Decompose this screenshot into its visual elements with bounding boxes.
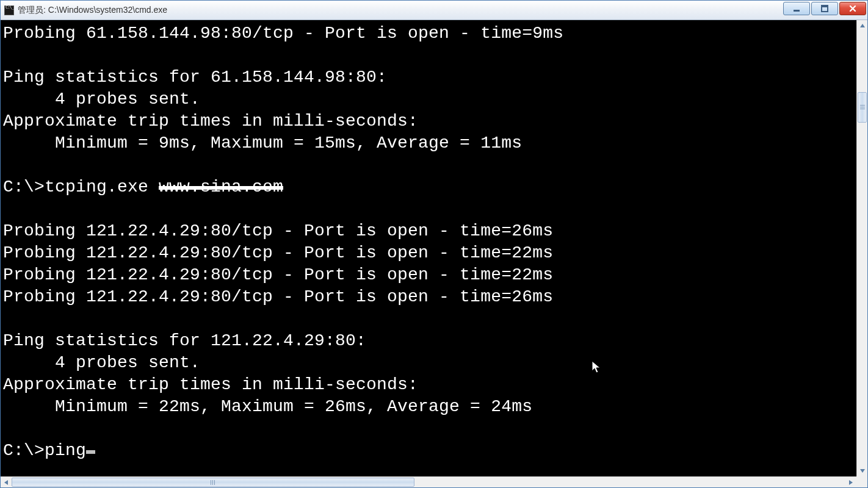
vertical-scroll-track[interactable]: [857, 31, 867, 465]
bottom-scroll-row: [1, 476, 867, 487]
close-button[interactable]: [839, 2, 866, 15]
console-line: C:\>ping: [3, 441, 86, 460]
console-line: Probing 121.22.4.29:80/tcp - Port is ope…: [3, 243, 553, 262]
scroll-down-button[interactable]: [857, 465, 867, 476]
text-cursor: [86, 450, 95, 454]
window-title: 管理员: C:\Windows\system32\cmd.exe: [18, 5, 167, 16]
maximize-button[interactable]: [811, 2, 838, 15]
svg-rect-2: [822, 5, 828, 7]
cmd-window: 管理员: C:\Windows\system32\cmd.exe Probing…: [0, 0, 868, 488]
grip-icon: [211, 480, 215, 485]
cmd-icon: [4, 5, 14, 15]
scroll-right-button[interactable]: [845, 477, 856, 487]
minimize-button[interactable]: [783, 2, 810, 15]
console-line: Probing 121.22.4.29:80/tcp - Port is ope…: [3, 265, 553, 284]
console-line: Approximate trip times in milli-seconds:: [3, 375, 418, 394]
console-line: 4 probes sent.: [3, 90, 200, 109]
vertical-scrollbar[interactable]: [856, 20, 867, 476]
window-controls: [783, 2, 866, 15]
console-line: Probing 121.22.4.29:80/tcp - Port is ope…: [3, 221, 553, 240]
console-line: 4 probes sent.: [3, 353, 200, 372]
scroll-left-button[interactable]: [1, 477, 12, 487]
client-area: Probing 61.158.144.98:80/tcp - Port is o…: [1, 20, 867, 476]
console-line: Ping statistics for 121.22.4.29:80:: [3, 331, 366, 350]
horizontal-scroll-thumb[interactable]: [12, 478, 414, 487]
console-line: C:\>tcping.exe: [3, 178, 159, 196]
scroll-up-button[interactable]: [857, 20, 867, 31]
horizontal-scroll-track[interactable]: [12, 477, 845, 487]
console-output[interactable]: Probing 61.158.144.98:80/tcp - Port is o…: [1, 20, 856, 476]
console-line: Minimum = 22ms, Maximum = 26ms, Average …: [3, 397, 532, 416]
grip-icon: [860, 105, 865, 110]
console-line: Probing 61.158.144.98:80/tcp - Port is o…: [3, 24, 563, 43]
titlebar[interactable]: 管理员: C:\Windows\system32\cmd.exe: [1, 1, 867, 20]
vertical-scroll-thumb[interactable]: [858, 92, 867, 123]
console-line: Probing 121.22.4.29:80/tcp - Port is ope…: [3, 287, 553, 306]
svg-rect-0: [794, 10, 800, 12]
scrollbar-corner: [856, 476, 867, 487]
console-line: Approximate trip times in milli-seconds:: [3, 112, 418, 131]
console-line: Ping statistics for 61.158.144.98:80:: [3, 68, 387, 87]
console-line: Minimum = 9ms, Maximum = 15ms, Average =…: [3, 134, 522, 152]
redacted-hostname: www.sina.com: [159, 176, 283, 198]
horizontal-scrollbar[interactable]: [1, 476, 856, 487]
